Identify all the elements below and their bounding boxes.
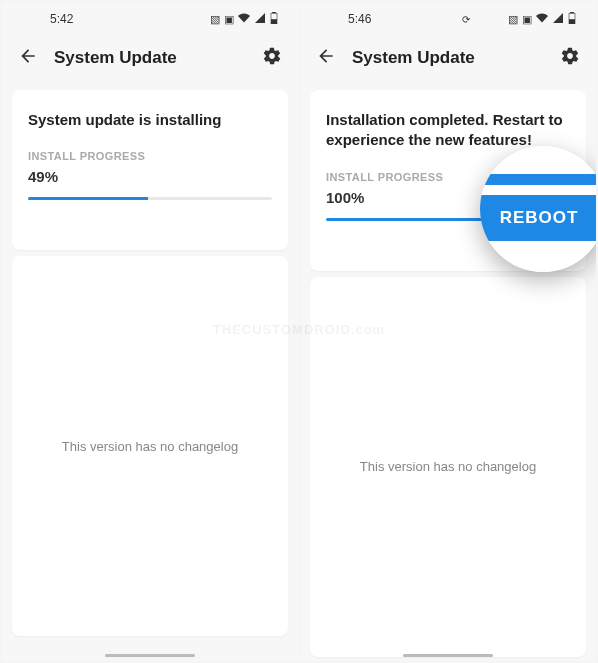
status-icons: ▧ ▣ — [210, 12, 278, 26]
changelog-card: This version has no changelog — [310, 277, 586, 657]
signal-icon — [254, 12, 266, 26]
changelog-empty-text: This version has no changelog — [360, 459, 536, 474]
reboot-button-magnified[interactable]: REBOOT — [480, 146, 596, 272]
nfc-icon: ▧ — [508, 13, 518, 26]
picture-icon: ▣ — [522, 13, 532, 26]
gear-icon[interactable] — [560, 46, 580, 70]
home-indicator[interactable] — [105, 654, 195, 657]
progress-fill — [28, 197, 148, 200]
status-icons: ⟳ ▧ ▣ — [462, 12, 576, 26]
progress-bar — [28, 197, 272, 200]
status-bar: 5:42 ▧ ▣ — [2, 2, 298, 32]
app-header: System Update — [300, 32, 596, 84]
wifi-icon — [238, 12, 250, 26]
status-bar: 5:46 ⟳ ▧ ▣ — [300, 2, 596, 32]
progress-value: 49% — [28, 168, 272, 185]
update-status-title: System update is installing — [28, 110, 272, 130]
reboot-button-label: REBOOT — [480, 195, 596, 240]
changelog-empty-text: This version has no changelog — [62, 439, 238, 454]
picture-icon: ▣ — [224, 13, 234, 26]
page-title: System Update — [352, 48, 544, 68]
back-icon[interactable] — [316, 46, 336, 70]
nfc-icon: ▧ — [210, 13, 220, 26]
update-status-title: Installation completed. Restart to exper… — [326, 110, 570, 151]
svg-rect-5 — [569, 19, 575, 24]
gear-icon[interactable] — [262, 46, 282, 70]
status-time: 5:46 — [348, 12, 371, 26]
wifi-icon — [536, 12, 548, 26]
changelog-card: This version has no changelog — [12, 256, 288, 636]
svg-rect-2 — [271, 19, 277, 24]
restart-icon: ⟳ — [462, 14, 470, 25]
app-header: System Update — [2, 32, 298, 84]
update-progress-card: System update is installing INSTALL PROG… — [12, 90, 288, 250]
battery-icon — [568, 12, 576, 26]
status-time: 5:42 — [50, 12, 73, 26]
phone-screen-right: 5:46 ⟳ ▧ ▣ System Update Installation co — [300, 2, 596, 661]
signal-icon — [552, 12, 564, 26]
phone-screen-left: 5:42 ▧ ▣ System Update System update is … — [2, 2, 298, 661]
home-indicator[interactable] — [403, 654, 493, 657]
back-icon[interactable] — [18, 46, 38, 70]
progress-label: INSTALL PROGRESS — [28, 150, 272, 162]
battery-icon — [270, 12, 278, 26]
page-title: System Update — [54, 48, 246, 68]
